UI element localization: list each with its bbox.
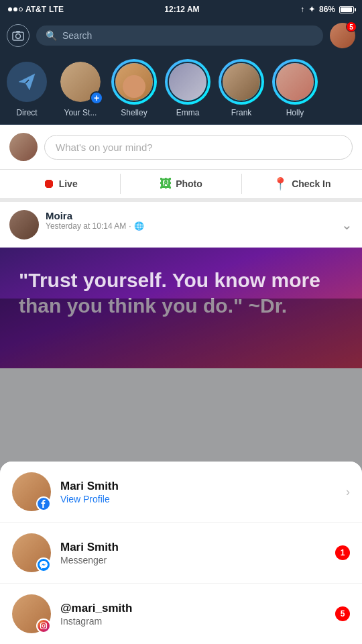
frank-label: Frank (231, 108, 252, 117)
post-options-icon[interactable]: ⌄ (341, 217, 353, 233)
dot3 (19, 7, 23, 11)
photo-button[interactable]: 🖼 Photo (121, 170, 241, 198)
live-label: Live (59, 178, 78, 189)
search-bar: 🔍 Search 5 (0, 19, 362, 52)
popup-right-1: 1 (335, 545, 350, 560)
notification-badge: 5 (346, 21, 357, 32)
story-shelley[interactable]: Shelley (107, 59, 161, 117)
instagram-badge (36, 619, 51, 633)
popup-avatar-wrap-1 (12, 533, 51, 572)
checkin-label: Check In (292, 178, 330, 189)
post-meta: Yesterday at 10:14 AM · 🌐 (46, 221, 335, 231)
popup-avatar-wrap-0 (12, 472, 51, 511)
user-avatar (9, 133, 38, 161)
story-your-story[interactable]: + Your St... (54, 59, 107, 117)
fb-badge (36, 496, 51, 511)
search-input[interactable]: 🔍 Search (36, 25, 323, 46)
popup-text-1: Mari Smith Messenger (60, 541, 326, 566)
search-icon: 🔍 (46, 30, 57, 41)
instagram-notif-badge: 5 (335, 606, 350, 621)
post-author-name: Moira (46, 210, 335, 221)
holly-label: Holly (286, 108, 304, 117)
frank-circle (219, 59, 264, 105)
mind-input[interactable]: What's on your mind? (44, 135, 353, 160)
popup-sub-1: Messenger (60, 555, 326, 566)
story-frank[interactable]: Frank (215, 59, 268, 117)
post-header: Moira Yesterday at 10:14 AM · 🌐 ⌄ (0, 202, 362, 248)
checkin-button[interactable]: 📍 Check In (242, 170, 362, 198)
popup-name-2: @mari_smith (60, 602, 326, 615)
post-author-avatar (9, 210, 39, 239)
arrow-icon: ↑ (300, 5, 304, 14)
popup-text-0: Mari Smith View Profile (60, 480, 337, 504)
popup-overlay: Mari Smith View Profile › Mari Smith Mes… (0, 299, 362, 644)
shelley-circle (111, 59, 157, 105)
popup-row-instagram[interactable]: @mari_smith Instagram 5 (0, 584, 362, 644)
popup-sub-0: View Profile (60, 494, 337, 504)
popup-right-2: 5 (335, 606, 350, 621)
story-emma[interactable]: Emma (161, 59, 215, 117)
popup-name-0: Mari Smith (60, 480, 337, 493)
plus-badge: + (90, 91, 103, 105)
shelley-label: Shelley (121, 108, 147, 117)
network-label: LTE (49, 5, 64, 14)
direct-label: Direct (16, 108, 37, 117)
bluetooth-icon: ✦ (308, 5, 315, 14)
holly-circle (272, 59, 318, 105)
search-placeholder: Search (62, 30, 92, 41)
status-bar: AT&T LTE 12:12 AM ↑ ✦ 86% (0, 0, 362, 19)
profile-avatar-wrap[interactable]: 5 (330, 23, 355, 48)
photo-label: Photo (176, 178, 202, 189)
emma-label: Emma (176, 108, 200, 117)
separator-dot: · (129, 221, 131, 231)
live-icon: ⏺ (43, 177, 55, 191)
direct-circle (4, 59, 50, 105)
dot2 (13, 7, 17, 11)
time-label: 12:12 AM (164, 5, 199, 14)
popup-right-0: › (346, 485, 350, 499)
status-left: AT&T LTE (8, 5, 64, 14)
popup-sub-2: Instagram (60, 616, 326, 627)
post-timestamp: Yesterday at 10:14 AM (46, 221, 126, 231)
story-direct[interactable]: Direct (0, 59, 54, 117)
checkin-icon: 📍 (273, 176, 288, 191)
svg-rect-2 (16, 31, 20, 33)
photo-icon: 🖼 (160, 177, 172, 191)
svg-point-1 (16, 34, 21, 39)
your-story-label: Your St... (64, 108, 97, 117)
popup-row-profile[interactable]: Mari Smith View Profile › (0, 462, 362, 523)
whats-on-mind-bar[interactable]: What's on your mind? (0, 125, 362, 170)
dot1 (8, 7, 12, 11)
messenger-badge (36, 557, 51, 572)
popup-chevron-0: › (346, 485, 350, 499)
popup-text-2: @mari_smith Instagram (60, 602, 326, 627)
camera-icon[interactable] (7, 24, 29, 47)
action-bar: ⏺ Live 🖼 Photo 📍 Check In (0, 170, 362, 202)
live-button[interactable]: ⏺ Live (0, 170, 120, 198)
popup-avatar-wrap-2 (12, 594, 51, 633)
battery-icon (339, 6, 354, 13)
signal-dots (8, 7, 23, 11)
svg-point-4 (42, 625, 45, 627)
popup-sheet: Mari Smith View Profile › Mari Smith Mes… (0, 462, 362, 644)
story-holly[interactable]: Holly (268, 59, 322, 117)
stories-row: Direct + Your St... Shelley Emma (0, 52, 362, 125)
popup-name-1: Mari Smith (60, 541, 326, 554)
your-story-circle: + (58, 59, 103, 105)
status-right: ↑ ✦ 86% (300, 5, 354, 14)
emma-circle (165, 59, 210, 105)
messenger-notif-badge: 1 (335, 545, 350, 560)
globe-icon: 🌐 (134, 221, 144, 231)
battery-percent: 86% (319, 5, 335, 14)
direct-icon (7, 62, 47, 102)
post-info: Moira Yesterday at 10:14 AM · 🌐 (46, 210, 335, 231)
carrier-label: AT&T (25, 5, 46, 14)
svg-point-5 (45, 623, 46, 625)
mind-placeholder: What's on your mind? (56, 142, 153, 153)
popup-row-messenger[interactable]: Mari Smith Messenger 1 (0, 523, 362, 584)
